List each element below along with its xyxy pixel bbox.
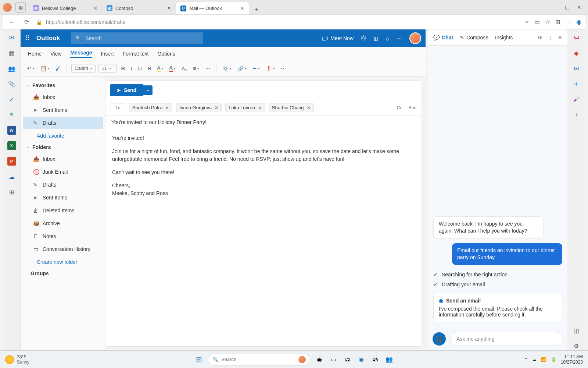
folder-item[interactable]: 🗀Conversation History — [23, 243, 103, 255]
underline-button[interactable]: U — [137, 64, 143, 73]
favorites-icon[interactable]: ☆ — [545, 18, 550, 25]
word-icon[interactable]: W — [7, 126, 16, 135]
folder-item[interactable]: 📦Archive — [23, 217, 103, 230]
skype-icon[interactable]: Ⓢ — [361, 35, 366, 42]
recipient-chip[interactable]: Santosh Patra✕ — [129, 103, 172, 112]
wifi-icon[interactable]: 📶 — [541, 357, 546, 362]
refresh-button[interactable]: ⟳ — [21, 17, 32, 27]
onedrive-tray-icon[interactable]: ☁ — [532, 357, 537, 362]
split-icon[interactable]: ◫ — [572, 326, 581, 335]
app-launcher-icon[interactable]: ⠿ — [25, 34, 30, 42]
bullets-button[interactable]: ≡▾ — [191, 64, 200, 73]
folders-header[interactable]: ⌄Folders — [23, 142, 103, 152]
importance-button[interactable]: ❗▾ — [264, 64, 276, 73]
font-color-button[interactable]: A▾ — [168, 63, 177, 73]
close-icon[interactable]: ✕ — [558, 35, 562, 40]
copilot-taskbar-icon[interactable]: ◉ — [314, 354, 325, 365]
tips-icon[interactable]: ◇ — [386, 35, 390, 41]
folder-item[interactable]: 🚫Junk Email — [23, 166, 103, 178]
more-tools-button[interactable]: ⋯ — [279, 64, 287, 73]
format-painter-button[interactable]: 🖌 — [54, 64, 62, 73]
ribbon-tab-home[interactable]: Home — [28, 51, 42, 57]
browser-tab[interactable]: BC Bellows College ✕ — [29, 2, 102, 14]
copilot-input[interactable]: Ask me anything — [450, 332, 563, 346]
ribbon-tab-insert[interactable]: Insert — [101, 51, 114, 57]
url-input[interactable]: 🔒 http://outlook.office.com/mail/drafts — [36, 19, 520, 25]
copilot-tab-chat[interactable]: 💬Chat — [433, 35, 453, 40]
more-icon[interactable]: ⋮ — [548, 35, 553, 40]
todo-icon[interactable]: ✓ — [7, 95, 16, 104]
remove-icon[interactable]: ✕ — [258, 105, 262, 110]
create-folder-link[interactable]: Create new folder — [23, 256, 103, 268]
font-size-select[interactable]: 11▾ — [98, 64, 117, 72]
designer-icon[interactable]: 🖌 — [572, 95, 581, 104]
bold-button[interactable]: B — [120, 64, 126, 73]
send-button[interactable]: ➤Send — [110, 84, 143, 96]
ribbon-tab-message[interactable]: Message — [70, 50, 92, 58]
cc-button[interactable]: Cc — [397, 105, 402, 110]
ribbon-tab-view[interactable]: View — [50, 51, 61, 57]
folder-item[interactable]: ➤Sent Items — [23, 191, 103, 204]
close-icon[interactable]: ✕ — [93, 5, 98, 11]
send-icon[interactable]: ✈ — [572, 79, 581, 88]
feed-icon[interactable]: ≡ — [7, 110, 16, 119]
remove-icon[interactable]: ✕ — [165, 105, 169, 110]
copilot-tab-insights[interactable]: Insights — [495, 35, 513, 40]
paste-button[interactable]: 📋▾ — [39, 64, 51, 73]
profile-avatar[interactable] — [3, 3, 12, 12]
more-format-button[interactable]: ⋯ — [204, 64, 212, 73]
settings-icon[interactable]: ⚙ — [572, 342, 581, 350]
new-tab-button[interactable]: ＋ — [251, 4, 262, 14]
start-button[interactable]: ⊞ — [194, 354, 204, 365]
edge-icon[interactable]: ◉ — [356, 354, 366, 365]
files-icon[interactable]: 📎 — [7, 79, 16, 88]
tag-icon[interactable]: 🏷 — [572, 33, 581, 42]
strikethrough-button[interactable]: S — [146, 64, 153, 73]
tab-actions-button[interactable]: ▦ — [15, 2, 26, 13]
excel-icon[interactable]: X — [7, 141, 16, 150]
powerpoint-icon[interactable]: P — [7, 157, 16, 166]
refresh-icon[interactable]: ⟳ — [538, 35, 542, 40]
calendar-icon[interactable]: ▦ — [7, 49, 16, 57]
more-icon[interactable]: ⋯ — [565, 18, 571, 25]
battery-icon[interactable]: 🔋 — [551, 357, 556, 362]
attach-button[interactable]: 📎▾ — [221, 64, 233, 73]
folder-item-inbox[interactable]: 📥Inbox — [23, 91, 103, 103]
ribbon-tab-options[interactable]: Options — [157, 51, 175, 57]
onenote-icon[interactable]: ▥ — [373, 35, 378, 41]
clear-format-button[interactable]: Aₓ — [180, 64, 189, 73]
more-icon[interactable]: ⋯ — [397, 35, 402, 41]
font-name-select[interactable]: Calibri▾ — [71, 64, 96, 72]
maximize-icon[interactable]: ▢ — [565, 4, 570, 10]
mail-icon[interactable]: ✉ — [7, 33, 16, 42]
teams-icon[interactable]: 👥 — [384, 354, 394, 365]
link-button[interactable]: 🔗▾ — [236, 64, 248, 73]
folder-item[interactable]: 🗒Notes — [23, 230, 103, 243]
recipient-chip[interactable]: Shu-hui Chang✕ — [269, 103, 314, 112]
tracking-icon[interactable]: ✧ — [524, 18, 529, 25]
close-icon[interactable]: ✕ — [167, 5, 171, 11]
onedrive-icon[interactable]: ☁ — [7, 172, 16, 181]
folder-item[interactable]: 📥Inbox — [23, 153, 103, 165]
bcc-button[interactable]: Bcc — [408, 105, 416, 110]
folder-item[interactable]: ✎Drafts — [23, 178, 103, 191]
folder-item-sent[interactable]: ➤Sent Items — [23, 104, 103, 116]
weather-widget[interactable]: 78°FSunny — [5, 354, 29, 365]
copilot-browser-icon[interactable]: ◉ — [576, 18, 581, 25]
store-icon[interactable]: 🛍 — [370, 354, 380, 365]
recipient-chip[interactable]: Ivana Gorgieva✕ — [176, 103, 222, 112]
taskbar-search[interactable]: 🔍Search — [208, 354, 311, 365]
remove-icon[interactable]: ✕ — [215, 105, 218, 110]
user-avatar[interactable] — [409, 32, 421, 44]
browser-tab[interactable]: O Mail — Outlook ✕ — [176, 2, 249, 14]
search-input[interactable]: 🔍 Search — [71, 32, 203, 44]
close-icon[interactable]: ✕ — [240, 6, 244, 11]
minimize-icon[interactable]: — — [552, 4, 557, 10]
task-view-icon[interactable]: ▭ — [328, 354, 338, 365]
add-favorite-link[interactable]: Add favorite — [23, 130, 103, 142]
clock[interactable]: 11:11 AM 10/27/2023 — [561, 354, 583, 365]
email-body[interactable]: You're invited! Join us for a night of f… — [105, 129, 422, 346]
favorites-header[interactable]: ⌄Favorites — [23, 80, 103, 91]
collections-icon[interactable]: ⊞ — [555, 18, 560, 25]
explorer-icon[interactable]: 🗂 — [342, 354, 352, 365]
